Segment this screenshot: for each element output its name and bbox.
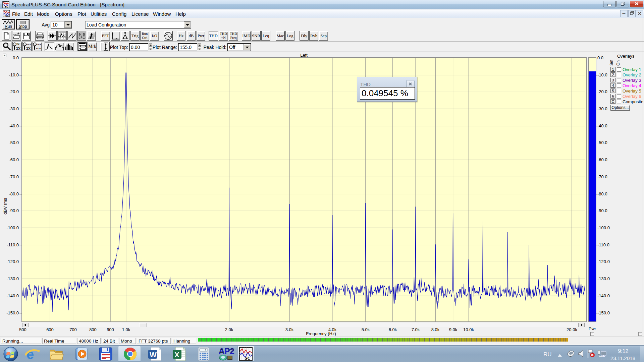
svg-text:AP2: AP2: [219, 347, 234, 356]
svg-text:0: 0: [205, 349, 206, 351]
svg-text:X: X: [174, 351, 179, 359]
svg-text:e: e: [26, 347, 34, 361]
svg-text:SC: SC: [245, 356, 251, 361]
svg-text:W: W: [150, 351, 157, 359]
